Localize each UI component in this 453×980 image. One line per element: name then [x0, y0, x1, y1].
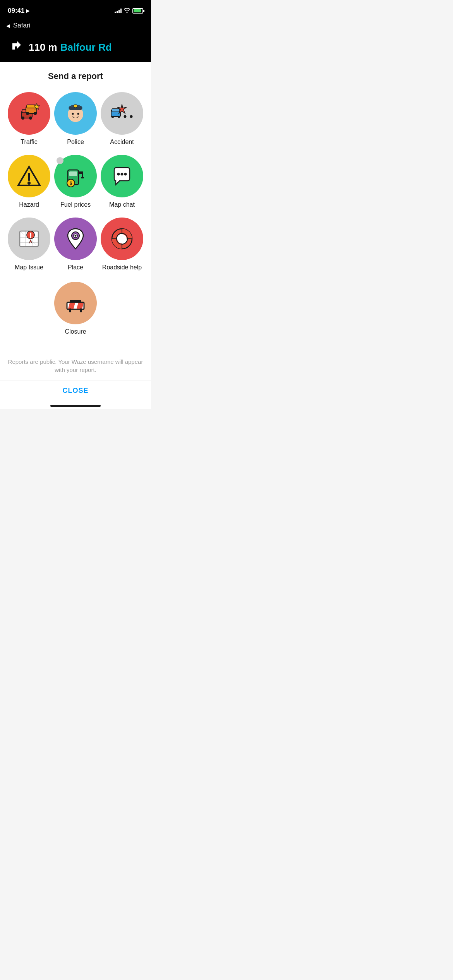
place-label: Place [68, 264, 83, 271]
report-item-closure[interactable]: Closure [54, 282, 97, 335]
footer-note: Reports are public. Your Waze username w… [0, 354, 151, 380]
svg-point-48 [30, 236, 31, 238]
signal-bar-1 [115, 12, 116, 13]
accident-label: Accident [110, 139, 134, 146]
police-label: Police [67, 139, 84, 146]
svg-point-39 [124, 173, 127, 176]
header-text: 110 m Balfour Rd [29, 41, 112, 53]
closure-icon [54, 282, 97, 324]
back-arrow: ◀ [6, 23, 10, 29]
svg-point-23 [124, 115, 127, 118]
svg-point-37 [117, 173, 120, 176]
signal-bar-2 [117, 11, 118, 13]
home-indicator [0, 401, 151, 409]
svg-rect-31 [69, 171, 77, 176]
svg-rect-34 [81, 177, 84, 178]
svg-rect-47 [30, 233, 31, 236]
signal-bar-4 [120, 9, 122, 13]
wifi-icon [124, 8, 130, 14]
svg-point-38 [121, 173, 124, 176]
mapissue-icon [8, 218, 50, 260]
mapchat-label: Map chat [109, 201, 135, 208]
footer-note-text: Reports are public. Your Waze username w… [8, 358, 143, 373]
traffic-label: Traffic [21, 139, 38, 146]
header-distance: 110 m [29, 41, 57, 53]
report-item-place[interactable]: Place [54, 218, 97, 271]
mapchat-icon [101, 155, 143, 197]
svg-point-14 [72, 113, 74, 115]
svg-point-16 [71, 117, 80, 122]
fuel-icon: $ [54, 155, 97, 197]
svg-rect-65 [69, 308, 71, 312]
battery-fill [134, 9, 141, 12]
accident-icon [101, 92, 143, 135]
page-title: Send a report [8, 71, 143, 81]
status-right [115, 8, 143, 14]
traffic-icon [8, 92, 50, 135]
close-button[interactable]: CLOSE [62, 387, 88, 395]
report-item-fuel[interactable]: $ Fuel prices [54, 155, 97, 208]
place-icon [54, 218, 97, 260]
svg-point-13 [74, 105, 77, 108]
svg-point-7 [34, 112, 37, 115]
hazard-icon [8, 155, 50, 197]
hazard-label: Hazard [19, 201, 39, 208]
svg-point-15 [77, 113, 79, 115]
report-item-mapchat[interactable]: Map chat [101, 155, 143, 208]
svg-rect-67 [70, 300, 81, 302]
turn-arrow-icon [8, 38, 23, 57]
battery-icon [132, 8, 143, 14]
signal-bars [115, 9, 122, 13]
svg-point-6 [26, 112, 29, 115]
svg-rect-22 [112, 109, 120, 112]
report-item-traffic[interactable]: Traffic [8, 92, 50, 146]
location-icon: ▶ [26, 8, 29, 14]
back-label[interactable]: Safari [13, 22, 30, 29]
closure-label: Closure [65, 328, 86, 335]
status-time: 09:41 ▶ [8, 7, 29, 15]
svg-rect-61 [62, 301, 67, 311]
time-display: 09:41 [8, 7, 24, 15]
report-grid: Traffic [8, 92, 143, 271]
roadside-icon [101, 218, 143, 260]
status-bar: 09:41 ▶ [0, 0, 151, 19]
report-item-roadside[interactable]: Roadside help [101, 218, 143, 271]
svg-point-51 [75, 235, 77, 237]
mapissue-label: Map Issue [15, 264, 43, 271]
navigation-header: 110 m Balfour Rd [0, 34, 151, 62]
report-item-police[interactable]: Police [54, 92, 97, 146]
svg-point-3 [29, 117, 32, 120]
closure-row: Closure [8, 282, 143, 335]
svg-point-29 [27, 182, 31, 185]
svg-rect-66 [80, 308, 82, 312]
close-button-container: CLOSE [0, 380, 151, 401]
nav-bar: ◀ Safari [0, 19, 151, 34]
svg-text:$: $ [70, 181, 72, 186]
roadside-label: Roadside help [102, 264, 142, 271]
report-item-mapissue[interactable]: Map Issue [8, 218, 50, 271]
report-item-hazard[interactable]: Hazard [8, 155, 50, 208]
home-bar [50, 405, 101, 407]
svg-point-2 [21, 117, 24, 120]
main-content: Send a report [0, 62, 151, 354]
svg-rect-28 [28, 173, 30, 181]
header-street: Balfour Rd [60, 41, 112, 53]
svg-point-24 [130, 115, 133, 118]
report-item-accident[interactable]: Accident [101, 92, 143, 146]
signal-bar-3 [118, 10, 120, 13]
fuel-label: Fuel prices [60, 201, 91, 208]
police-icon [54, 92, 97, 135]
